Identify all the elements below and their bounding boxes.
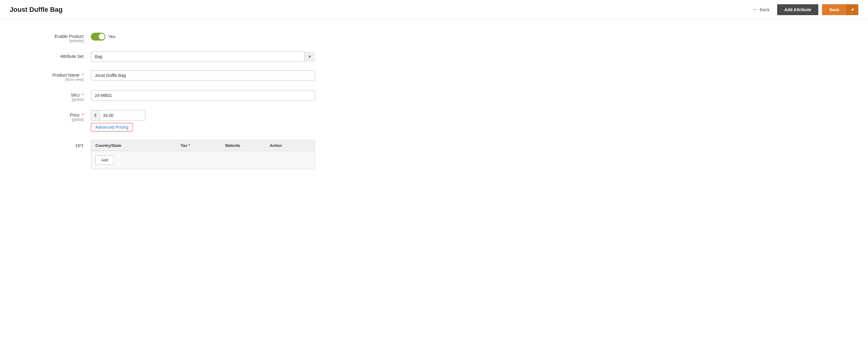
back-button[interactable]: ← Back (749, 4, 773, 15)
save-button[interactable]: Save (822, 4, 846, 15)
fpt-label-group: FPT (24, 140, 91, 148)
product-name-required: * (82, 73, 84, 77)
sku-label: SKU * (71, 93, 84, 97)
back-arrow-icon: ← (752, 6, 758, 13)
price-input[interactable] (100, 111, 136, 120)
sku-row: SKU * [global] (24, 90, 400, 102)
enable-product-field: Yes (91, 31, 315, 40)
enable-product-value: Yes (108, 34, 115, 39)
page-title: Joust Duffle Bag (10, 6, 63, 13)
enable-product-row: Enable Product [website] Yes (24, 31, 400, 43)
fpt-label: FPT (76, 144, 84, 148)
price-input-group: $ (91, 110, 145, 121)
fpt-table-body: Add (91, 151, 315, 169)
attribute-set-select[interactable]: Bag (91, 52, 315, 62)
price-sub-label: [global] (24, 118, 84, 122)
price-label: Price * (70, 113, 84, 118)
save-dropdown-button[interactable]: ▼ (846, 4, 858, 15)
attribute-set-select-wrapper: Bag ▼ (91, 52, 315, 62)
sku-input[interactable] (91, 90, 315, 100)
save-button-group: Save ▼ (822, 4, 858, 15)
enable-product-label-group: Enable Product [website] (24, 31, 91, 43)
product-name-label: Product Name * (52, 73, 84, 77)
product-name-row: Product Name * [store view] (24, 70, 400, 82)
sku-label-group: SKU * [global] (24, 90, 91, 102)
fpt-col-action: Action (270, 143, 310, 148)
sku-sub-label: [global] (24, 97, 84, 102)
sku-required: * (82, 93, 84, 97)
product-name-label-group: Product Name * [store view] (24, 70, 91, 82)
enable-product-toggle-wrapper: Yes (91, 31, 315, 40)
attribute-set-label-group: Attribute Set (24, 52, 91, 59)
price-required: * (82, 113, 84, 118)
fpt-table-header: Country/State Tax * Website Action (91, 140, 315, 151)
attribute-set-field: Bag ▼ (91, 52, 315, 62)
chevron-down-icon: ▼ (850, 7, 855, 12)
fpt-col-tax: Tax * (181, 143, 222, 148)
fpt-row: FPT Country/State Tax * Website Action (24, 140, 400, 169)
add-attribute-button[interactable]: Add Attribute (777, 4, 818, 15)
price-row: Price * [global] $ Advanced Pricing (24, 110, 400, 131)
toggle-slider (91, 33, 105, 40)
advanced-pricing-link[interactable]: Advanced Pricing (91, 123, 133, 131)
sku-field (91, 90, 315, 100)
back-label: Back (760, 7, 770, 12)
header-actions: ← Back Add Attribute Save ▼ (749, 4, 858, 15)
fpt-col-country-state: Country/State (95, 143, 177, 148)
enable-product-toggle[interactable] (91, 33, 105, 40)
price-currency-symbol: $ (91, 111, 100, 120)
product-name-field (91, 70, 315, 81)
page-header: Joust Duffle Bag ← Back Add Attribute Sa… (0, 0, 868, 20)
fpt-table: Country/State Tax * Website Action Add (91, 140, 315, 169)
price-label-group: Price * [global] (24, 110, 91, 122)
attribute-set-label: Attribute Set (60, 54, 84, 59)
product-name-sub-label: [store view] (24, 77, 84, 82)
attribute-set-row: Attribute Set Bag ▼ (24, 52, 400, 62)
add-fpt-button[interactable]: Add (95, 155, 114, 165)
product-name-input[interactable] (91, 70, 315, 81)
enable-product-label: Enable Product (55, 34, 84, 39)
enable-product-sub-label: [website] (24, 39, 84, 43)
page-content: Enable Product [website] Yes Attribute S… (0, 20, 424, 190)
price-field: $ Advanced Pricing (91, 110, 315, 131)
fpt-col-website: Website (225, 143, 266, 148)
fpt-tax-required: * (188, 143, 190, 148)
